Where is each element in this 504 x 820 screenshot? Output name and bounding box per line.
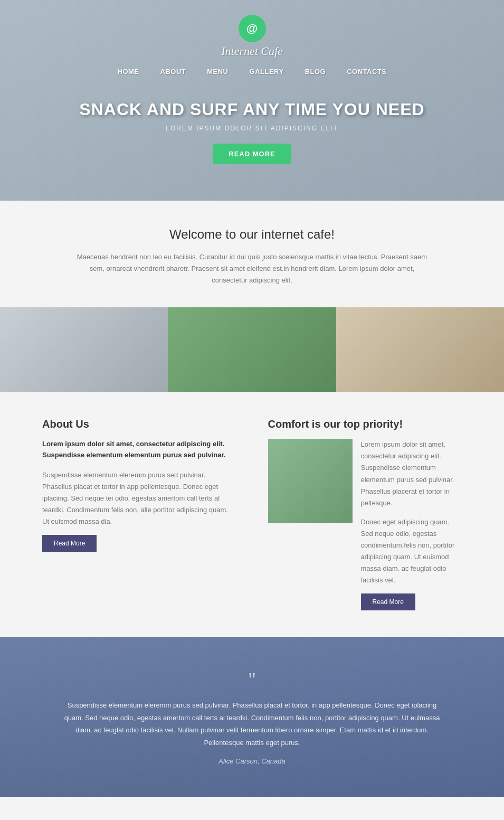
strip-image-left [0, 307, 168, 392]
strip-image-right [336, 307, 504, 392]
nav-about[interactable]: ABOUT [160, 68, 186, 76]
comfort-text1: Lorem ipsum dolor sit amet, consectetur … [361, 439, 462, 509]
news-section: Latest News 22 Jan Praesent vel urna sce… [0, 797, 504, 820]
nav-menu[interactable]: MENU [207, 68, 228, 76]
hero-headline: SNACK AND SURF ANY TIME YOU NEED [11, 100, 493, 119]
testimonial-section: " Suspendisse elementum eleremm purus se… [0, 637, 504, 797]
logo-icon: @ [239, 15, 266, 42]
about-comfort-section: About Us Lorem ipsum dolor sit amet, con… [0, 392, 504, 637]
comfort-column: Comfort is our top priority! Lorem ipsum… [258, 418, 462, 610]
logo-title: Internet Cafe [221, 44, 283, 58]
logo-area: @ Internet Cafe [0, 0, 504, 58]
hero-subheadline: LOREM IPSUM DOLOR SIT ADIPISCING ELIT [11, 125, 493, 132]
comfort-read-more-button[interactable]: Read More [361, 593, 415, 610]
nav-gallery[interactable]: GALLERY [250, 68, 284, 76]
nav-home[interactable]: HOME [118, 68, 139, 76]
comfort-image [268, 439, 353, 523]
hero-text-block: SNACK AND SURF ANY TIME YOU NEED LOREM I… [0, 84, 504, 164]
comfort-inner: Lorem ipsum dolor sit amet, consectetur … [268, 439, 462, 610]
welcome-text: Maecenas hendrerit non leo eu facilisis.… [73, 251, 432, 286]
nav-contacts[interactable]: CONTACTS [347, 68, 386, 76]
strip-image-center [168, 307, 336, 392]
hero-content: @ Internet Cafe HOME ABOUT MENU GALLERY … [0, 0, 504, 164]
welcome-title: Welcome to our internet cafe! [42, 227, 462, 242]
testimonial-text: Suspendisse elementum eleremm purus sed … [63, 699, 441, 749]
about-read-more-button[interactable]: Read More [42, 535, 97, 552]
about-bold-text: Lorem ipsum dolor sit amet, consectetur … [42, 439, 236, 461]
image-strip-right [336, 307, 504, 392]
hero-cta-button[interactable]: READ MORE [213, 144, 291, 164]
comfort-text-block: Lorem ipsum dolor sit amet, consectetur … [361, 439, 462, 610]
about-column: About Us Lorem ipsum dolor sit amet, con… [42, 418, 258, 610]
about-title: About Us [42, 418, 236, 430]
main-nav: HOME ABOUT MENU GALLERY BLOG CONTACTS [0, 63, 504, 84]
comfort-title: Comfort is our top priority! [268, 418, 462, 430]
about-body-text: Suspendisse elementum eleremm purus sed … [42, 469, 236, 527]
image-strip-left [0, 307, 168, 392]
testimonial-author: Alice Carson, Canada [63, 757, 441, 765]
comfort-text2: Donec eget adipiscing quam. Sed neque od… [361, 516, 462, 587]
quote-icon: " [63, 668, 441, 691]
hero-section: @ Internet Cafe HOME ABOUT MENU GALLERY … [0, 0, 504, 201]
welcome-section: Welcome to our internet cafe! Maecenas h… [0, 201, 504, 307]
image-strip-center [168, 307, 336, 392]
nav-blog[interactable]: BLOG [305, 68, 326, 76]
image-strip [0, 307, 504, 392]
